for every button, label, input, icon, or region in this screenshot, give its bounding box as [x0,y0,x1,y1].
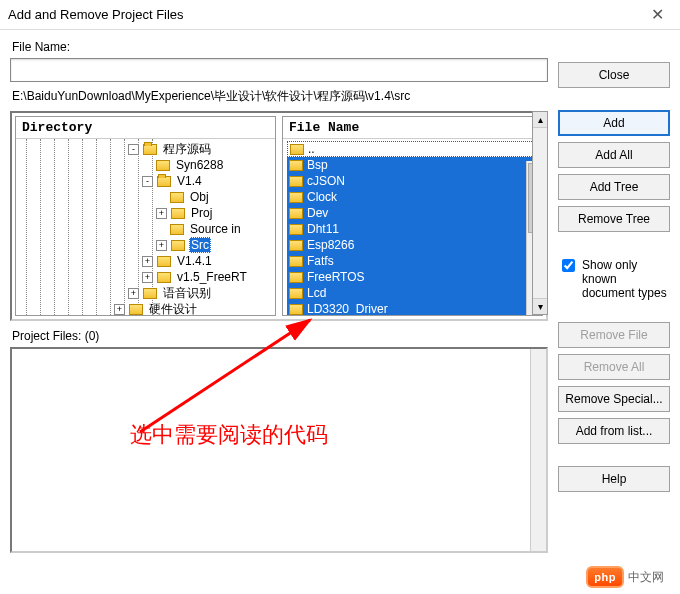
folder-icon [289,224,303,235]
tree-label: Source in [188,222,243,236]
folder-icon [143,144,157,155]
remove-special-button[interactable]: Remove Special... [558,386,670,412]
scroll-down-icon[interactable]: ▾ [533,298,547,314]
add-from-list-button[interactable]: Add from list... [558,418,670,444]
tree-label: Src [189,237,211,253]
project-files-list[interactable] [10,347,548,553]
checkbox-label: Show only known document types [582,258,670,300]
tree-row[interactable]: +Src [18,237,275,253]
file-row-up[interactable]: .. [287,141,542,157]
collapse-icon[interactable]: - [142,176,153,187]
watermark-text: 中文网 [628,569,664,586]
tree-row[interactable]: Syn6288 [18,157,275,173]
remove-all-button[interactable]: Remove All [558,354,670,380]
file-row[interactable]: Esp8266 [287,237,542,253]
file-label: Fatfs [307,254,334,268]
expand-icon[interactable]: + [142,272,153,283]
tree-label: V1.4.1 [175,254,214,268]
folder-icon [171,208,185,219]
expand-icon[interactable]: + [156,240,167,251]
folder-icon [129,304,143,315]
folder-icon [289,160,303,171]
file-label: .. [308,142,315,156]
file-label: Dev [307,206,328,220]
tree-label: V1.4 [175,174,204,188]
expand-icon[interactable]: + [114,304,125,315]
titlebar: Add and Remove Project Files ✕ [0,0,680,30]
file-label: Clock [307,190,337,204]
file-row[interactable]: Clock [287,189,542,205]
tree-row[interactable]: +V1.4.1 [18,253,275,269]
folder-icon [170,224,184,235]
show-known-types-checkbox[interactable]: Show only known document types [558,258,670,300]
directory-header: Directory [16,117,275,139]
folder-icon [289,176,303,187]
add-tree-button[interactable]: Add Tree [558,174,670,200]
close-button[interactable]: Close [558,62,670,88]
directory-tree[interactable]: -程序源码Syn6288-V1.4Obj+ProjSource in+Src+V… [16,139,275,315]
expand-icon[interactable]: + [142,256,153,267]
browse-panes: Directory -程序源码Syn6288-V1.4Obj+ProjSourc… [10,111,548,321]
tree-row[interactable]: +硬件设计 [18,301,275,315]
folder-icon [289,240,303,251]
expand-icon[interactable]: + [128,288,139,299]
tree-label: v1.5_FreeRT [175,270,249,284]
folder-icon [289,288,303,299]
panes-scrollbar[interactable]: ▴ ▾ [532,111,548,315]
file-name-input[interactable] [10,58,548,82]
expand-icon[interactable]: + [156,208,167,219]
scroll-up-icon[interactable]: ▴ [533,112,547,128]
collapse-icon[interactable]: - [128,144,139,155]
file-row[interactable]: Dht11 [287,221,542,237]
add-all-button[interactable]: Add All [558,142,670,168]
tree-label: Proj [189,206,214,220]
folder-icon [289,192,303,203]
help-button[interactable]: Help [558,466,670,492]
current-path: E:\BaiduYunDownload\MyExperience\毕业设计\软件… [12,88,546,105]
file-row[interactable]: Fatfs [287,253,542,269]
file-label: Bsp [307,158,328,172]
close-icon[interactable]: ✕ [643,5,672,24]
folder-icon [156,160,170,171]
file-row[interactable]: cJSON [287,173,542,189]
file-row[interactable]: FreeRTOS [287,269,542,285]
file-label: Dht11 [307,222,339,236]
folder-icon [157,256,171,267]
tree-row[interactable]: -程序源码 [18,141,275,157]
file-label: Esp8266 [307,238,354,252]
file-label: FreeRTOS [307,270,365,284]
tree-row[interactable]: +Proj [18,205,275,221]
folder-up-icon [290,144,304,155]
folder-icon [171,240,185,251]
project-files-label: Project Files: (0) [12,329,546,343]
remove-tree-button[interactable]: Remove Tree [558,206,670,232]
checkbox-input[interactable] [562,259,575,272]
tree-label: 程序源码 [161,141,213,158]
watermark: php 中文网 [586,566,664,588]
file-row[interactable]: Bsp [287,157,542,173]
folder-icon [289,304,303,315]
tree-label: Obj [188,190,211,204]
folder-icon [289,208,303,219]
file-row[interactable]: Dev [287,205,542,221]
folder-icon [289,272,303,283]
filelist-header: File Name [283,117,542,139]
tree-row[interactable]: +v1.5_FreeRT [18,269,275,285]
file-label: Lcd [307,286,326,300]
file-row[interactable]: Lcd [287,285,542,301]
file-name-label: File Name: [12,40,548,54]
tree-label: Syn6288 [174,158,225,172]
tree-row[interactable]: Obj [18,189,275,205]
folder-icon [157,272,171,283]
file-list[interactable]: ..BspcJSONClockDevDht11Esp8266FatfsFreeR… [283,139,542,315]
tree-row[interactable]: Source in [18,221,275,237]
add-button[interactable]: Add [558,110,670,136]
tree-row[interactable]: -V1.4 [18,173,275,189]
file-row[interactable]: LD3320_Driver [287,301,542,315]
folder-icon [157,176,171,187]
project-files-scrollbar[interactable] [530,349,546,551]
file-label: cJSON [307,174,345,188]
tree-row[interactable]: +语音识别 [18,285,275,301]
watermark-badge: php [586,566,624,588]
remove-file-button[interactable]: Remove File [558,322,670,348]
